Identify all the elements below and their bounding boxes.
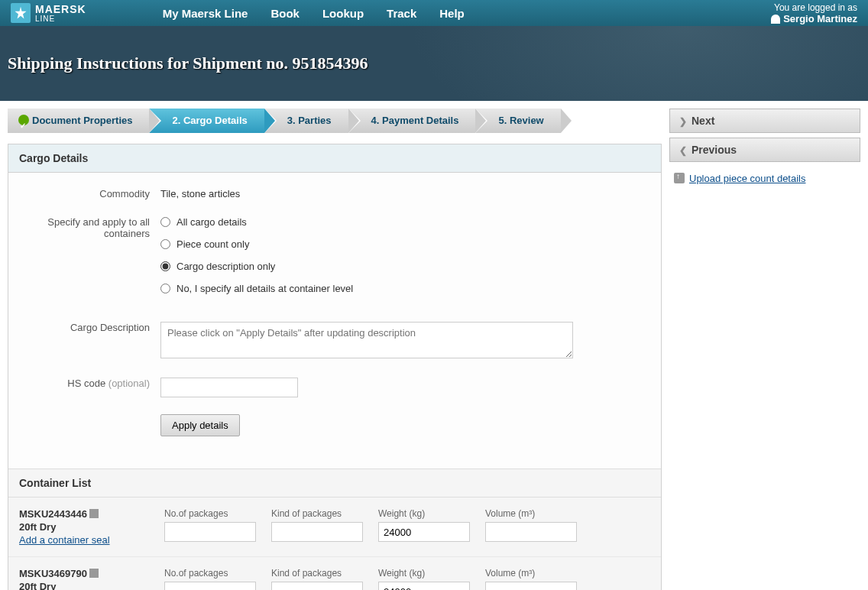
kind-input[interactable] — [271, 582, 363, 590]
cargo-details-panel: Cargo Details Commodity Tile, stone arti… — [8, 144, 662, 590]
col-weight-label: Weight (kg) — [378, 508, 470, 519]
upload-piece-count-link[interactable]: Upload piece count details — [689, 173, 806, 184]
cargo-desc-label: Cargo Description — [19, 322, 160, 361]
kind-input[interactable] — [271, 522, 363, 542]
container-number: MSKU3469790 — [19, 568, 149, 579]
packages-input[interactable] — [164, 522, 256, 542]
main-nav: My Maersk Line Book Lookup Track Help — [163, 7, 465, 20]
col-volume-label: Volume (m³) — [485, 568, 577, 579]
col-packages-label: No.of packages — [164, 568, 256, 579]
brand-logo[interactable]: MAERSK LINE — [11, 3, 86, 23]
container-row: MSKU3469790 20ft Dry Add a container sea… — [8, 557, 661, 590]
wizard-step-parties[interactable]: 3. Parties — [264, 109, 348, 133]
container-list: MSKU2443446 20ft Dry Add a container sea… — [8, 498, 661, 590]
wizard-step-payment-details[interactable]: 4. Payment Details — [348, 109, 476, 133]
upload-icon — [674, 173, 685, 183]
radio-container-level[interactable] — [160, 284, 170, 293]
nav-my-maersk[interactable]: My Maersk Line — [163, 7, 248, 20]
wizard-step-review[interactable]: 5. Review — [475, 109, 560, 133]
login-info: You are logged in as Sergio Martinez — [771, 2, 857, 24]
radio-cargo-desc-only[interactable] — [160, 261, 170, 271]
user-name-link[interactable]: Sergio Martinez — [771, 13, 857, 24]
check-icon — [18, 115, 29, 125]
container-number: MSKU2443446 — [19, 508, 149, 520]
weight-input[interactable] — [378, 522, 470, 542]
col-kind-label: Kind of packages — [271, 568, 363, 579]
radio-piece-count[interactable] — [160, 239, 170, 249]
maersk-star-icon — [11, 3, 31, 23]
user-icon — [771, 15, 780, 24]
edit-icon[interactable] — [89, 509, 99, 518]
chevron-left-icon: ❮ — [679, 145, 687, 156]
upload-row: Upload piece count details — [669, 167, 860, 190]
add-seal-link[interactable]: Add a container seal — [19, 534, 110, 546]
panel-header: Cargo Details — [8, 144, 661, 173]
col-weight-label: Weight (kg) — [378, 568, 470, 579]
nav-book[interactable]: Book — [270, 7, 300, 20]
page-hero: Shipping Instructions for Shipment no. 9… — [0, 26, 868, 101]
container-list-header: Container List — [8, 468, 661, 498]
hs-code-label: HS code (optional) — [19, 378, 160, 397]
logged-in-label: You are logged in as — [771, 2, 857, 13]
col-volume-label: Volume (m³) — [485, 508, 577, 519]
brand-subname: LINE — [35, 15, 86, 23]
nav-lookup[interactable]: Lookup — [322, 7, 364, 20]
commodity-label: Commodity — [19, 188, 160, 199]
volume-input[interactable] — [485, 522, 577, 542]
previous-button[interactable]: ❮Previous — [669, 138, 860, 162]
packages-input[interactable] — [164, 582, 256, 590]
col-packages-label: No.of packages — [164, 508, 256, 519]
weight-input[interactable] — [378, 582, 470, 590]
brand-name: MAERSK — [35, 4, 86, 15]
hs-code-input[interactable] — [160, 378, 298, 397]
cargo-description-textarea[interactable] — [160, 322, 573, 358]
col-kind-label: Kind of packages — [271, 508, 363, 519]
page-title: Shipping Instructions for Shipment no. 9… — [8, 53, 368, 73]
edit-icon[interactable] — [89, 569, 99, 578]
container-type: 20ft Dry — [19, 581, 149, 590]
wizard-step-document-properties[interactable]: Document Properties — [8, 109, 149, 133]
container-row: MSKU2443446 20ft Dry Add a container sea… — [8, 498, 661, 557]
apply-details-button[interactable]: Apply details — [160, 414, 240, 436]
nav-help[interactable]: Help — [439, 7, 465, 20]
wizard-step-cargo-details[interactable]: 2. Cargo Details — [149, 109, 264, 133]
wizard-steps: Document Properties 2. Cargo Details 3. … — [8, 109, 662, 133]
commodity-value: Tile, stone articles — [160, 188, 650, 199]
container-type: 20ft Dry — [19, 521, 149, 533]
chevron-right-icon: ❯ — [679, 116, 687, 127]
radio-all-cargo[interactable] — [160, 217, 170, 227]
top-navbar: MAERSK LINE My Maersk Line Book Lookup T… — [0, 0, 868, 26]
specify-label: Specify and apply to all containers — [19, 216, 160, 305]
nav-track[interactable]: Track — [387, 7, 416, 20]
volume-input[interactable] — [485, 582, 577, 590]
svg-marker-0 — [15, 7, 27, 19]
next-button[interactable]: ❯Next — [669, 109, 860, 133]
